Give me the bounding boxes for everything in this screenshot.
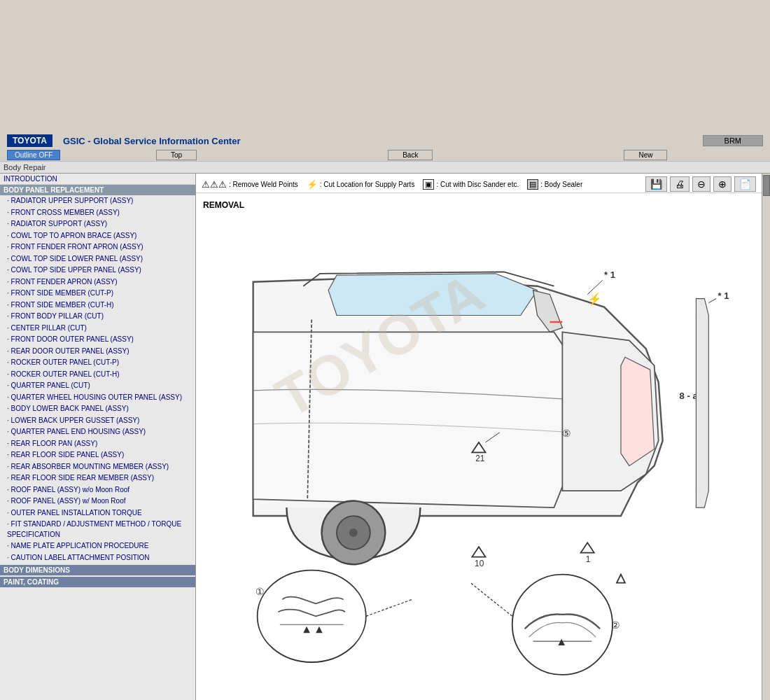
sealer-icon: ▤ bbox=[527, 179, 538, 190]
sidebar-item-3[interactable]: · RADIATOR SUPPORT (ASSY) bbox=[0, 218, 195, 230]
sidebar-item-27[interactable]: · ROOF PANEL (ASSY) w/ Moon Roof bbox=[0, 496, 195, 507]
sidebar-item-4[interactable]: · COWL TOP TO APRON BRACE (ASSY) bbox=[0, 230, 195, 242]
svg-point-23 bbox=[512, 575, 612, 675]
save-button[interactable]: 💾 bbox=[645, 176, 667, 192]
brm-button[interactable]: BRM bbox=[703, 135, 763, 146]
new-button[interactable]: New bbox=[624, 150, 667, 160]
svg-text:8 - a: 8 - a bbox=[680, 391, 699, 401]
sidebar-item-11[interactable]: · FRONT BODY PILLAR (CUT) bbox=[0, 311, 195, 323]
sidebar-item-25[interactable]: · REAR FLOOR SIDE REAR MEMBER (ASSY) bbox=[0, 472, 195, 484]
toyota-logo: TOYOTA bbox=[7, 134, 52, 147]
svg-point-3 bbox=[349, 528, 358, 537]
svg-text:10: 10 bbox=[475, 559, 484, 568]
svg-text:* 1: * 1 bbox=[604, 270, 615, 280]
legend-body-sealer: ▤ : Body Sealer bbox=[527, 179, 582, 190]
sidebar-item-28[interactable]: · OUTER PANEL INSTALLATION TORQUE bbox=[0, 507, 195, 519]
removal-label: REMOVAL bbox=[203, 200, 755, 210]
supply-icon: ⚡ bbox=[307, 179, 318, 190]
sidebar-item-2[interactable]: · FRONT CROSS MEMBER (ASSY) bbox=[0, 207, 195, 219]
back-button[interactable]: Back bbox=[388, 150, 433, 160]
sidebar-item-5[interactable]: · FRONT FENDER FRONT APRON (ASSY) bbox=[0, 241, 195, 253]
legend-supply-parts: ⚡ : Cut Location for Supply Parts bbox=[307, 179, 415, 190]
pdf-button[interactable]: 📄 bbox=[734, 176, 756, 192]
sidebar: INTRODUCTION BODY PANEL REPLACEMENT· RAD… bbox=[0, 174, 196, 700]
zoom-in-button[interactable]: ⊕ bbox=[713, 176, 732, 192]
sidebar-item-7[interactable]: · COWL TOP SIDE UPPER PANEL (ASSY) bbox=[0, 265, 195, 276]
car-diagram: ⚡ * 1 8 - a * 1 21 bbox=[203, 216, 755, 691]
sidebar-item-22[interactable]: · REAR FLOOR PAN (ASSY) bbox=[0, 438, 195, 450]
weld-icon: ⚠⚠⚠ bbox=[202, 179, 227, 190]
svg-text:1: 1 bbox=[586, 554, 591, 564]
svg-text:* 1: * 1 bbox=[718, 290, 729, 301]
sidebar-item-14[interactable]: · REAR DOOR OUTER PANEL (ASSY) bbox=[0, 346, 195, 358]
sidebar-item-23[interactable]: · REAR FLOOR SIDE PANEL (ASSY) bbox=[0, 449, 195, 461]
diagram-area: REMOVAL bbox=[196, 193, 762, 700]
svg-text:⚡: ⚡ bbox=[587, 292, 602, 307]
sidebar-item-30[interactable]: · NAME PLATE APPLICATION PROCEDURE bbox=[0, 540, 195, 552]
legend-weld-points: ⚠⚠⚠ : Remove Weld Points bbox=[202, 179, 298, 190]
disc-icon: ▣ bbox=[423, 179, 434, 190]
outline-button[interactable]: Outline OFF bbox=[7, 150, 60, 160]
legend-bar: ⚠⚠⚠ : Remove Weld Points ⚡ : Cut Locatio… bbox=[196, 174, 762, 193]
svg-text:21: 21 bbox=[475, 454, 485, 463]
zoom-out-button[interactable]: ⊖ bbox=[692, 176, 710, 192]
sidebar-item-18[interactable]: · QUARTER WHEEL HOUSING OUTER PANEL (ASS… bbox=[0, 392, 195, 404]
toolbar: Body Repair bbox=[0, 161, 770, 174]
sidebar-item-19[interactable]: · BODY LOWER BACK PANEL (ASSY) bbox=[0, 403, 195, 415]
top-button[interactable]: Top bbox=[156, 150, 197, 160]
sidebar-section-header-0: BODY PANEL REPLACEMENT bbox=[0, 185, 195, 195]
sidebar-item-20[interactable]: · LOWER BACK UPPER GUSSET (ASSY) bbox=[0, 415, 195, 427]
sidebar-item-16[interactable]: · ROCKER OUTER PANEL (CUT-H) bbox=[0, 369, 195, 381]
app-title: GSIC - Global Service Information Center bbox=[63, 136, 703, 146]
sidebar-item-introduction[interactable]: INTRODUCTION bbox=[0, 174, 195, 185]
sidebar-item-6[interactable]: · COWL TOP SIDE LOWER PANEL (ASSY) bbox=[0, 253, 195, 265]
sidebar-item-13[interactable]: · FRONT DOOR OUTER PANEL (ASSY) bbox=[0, 334, 195, 346]
sidebar-item-8[interactable]: · FRONT FENDER APRON (ASSY) bbox=[0, 276, 195, 288]
sidebar-item-21[interactable]: · QUARTER PANEL END HOUSING (ASSY) bbox=[0, 426, 195, 438]
sidebar-section-header2-33: PAINT, COATING bbox=[0, 577, 195, 587]
sidebar-item-17[interactable]: · QUARTER PANEL (CUT) bbox=[0, 380, 195, 392]
section-label: Body Repair bbox=[4, 163, 46, 172]
sidebar-item-29[interactable]: · FIT STANDARD / ADJUSTMENT METHOD / TOR… bbox=[0, 519, 195, 540]
sidebar-item-26[interactable]: · ROOF PANEL (ASSY) w/o Moon Roof bbox=[0, 484, 195, 496]
print-button[interactable]: 🖨 bbox=[670, 176, 690, 192]
legend-disc-sander: ▣ : Cut with Disc Sander etc. bbox=[423, 179, 519, 190]
svg-point-20 bbox=[258, 570, 366, 662]
sidebar-item-24[interactable]: · REAR ABSORBER MOUNTING MEMBER (ASSY) bbox=[0, 461, 195, 473]
sidebar-item-15[interactable]: · ROCKER OUTER PANEL (CUT-P) bbox=[0, 357, 195, 369]
sidebar-item-10[interactable]: · FRONT SIDE MEMBER (CUT-H) bbox=[0, 300, 195, 312]
svg-text:②: ② bbox=[611, 620, 620, 631]
sidebar-item-1[interactable]: · RADIATOR UPPER SUPPORT (ASSY) bbox=[0, 195, 195, 207]
sidebar-item-31[interactable]: · CAUTION LABEL ATTACHMENT POSITION bbox=[0, 552, 195, 564]
svg-text:⑤: ⑤ bbox=[562, 428, 571, 439]
sidebar-section-header2-32: BODY DIMENSIONS bbox=[0, 565, 195, 575]
sidebar-item-9[interactable]: · FRONT SIDE MEMBER (CUT-P) bbox=[0, 288, 195, 300]
sidebar-item-12[interactable]: · CENTER PILLAR (CUT) bbox=[0, 323, 195, 335]
